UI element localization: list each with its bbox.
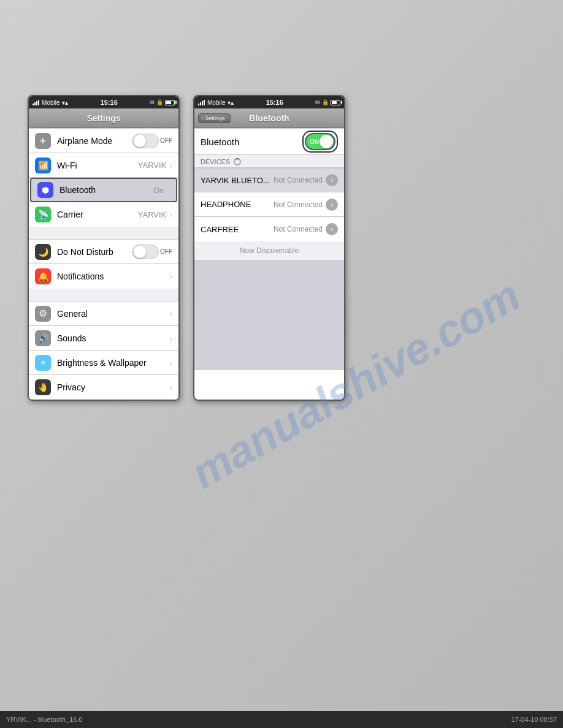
back-label: Settings bbox=[205, 115, 225, 121]
brightness-item[interactable]: ☀ Brightness & Wallpaper › bbox=[29, 351, 178, 375]
device-yarvik-status: Not Connected bbox=[274, 176, 323, 184]
phone2-signal-bar-4 bbox=[204, 100, 205, 105]
loading-spinner bbox=[234, 158, 241, 165]
phone2-mail-icon: ✉ bbox=[315, 99, 320, 105]
discoverable-text: Now Discoverable bbox=[194, 241, 344, 260]
device-carfree[interactable]: CARFREE Not Connected › bbox=[194, 217, 344, 241]
carrier-chevron: › bbox=[169, 210, 172, 219]
phone2-battery-fill bbox=[332, 101, 337, 104]
phone2-wifi-icon: ▾▴ bbox=[228, 99, 234, 106]
wifi-chevron: › bbox=[169, 161, 172, 170]
dnd-item[interactable]: 🌙 Do Not Disturb OFF bbox=[29, 240, 178, 264]
device-headphone-name: HEADPHONE bbox=[201, 200, 274, 209]
phone2-lock-icon: 🔒 bbox=[322, 99, 329, 105]
phone1-settings-list: ✈ Airplane Mode OFF 📶 Wi-Fi YARVIK › ⬢ bbox=[29, 128, 178, 400]
general-item[interactable]: ⚙ General › bbox=[29, 301, 178, 326]
section-gap-1 bbox=[29, 227, 178, 239]
phone2-signal-bar-3 bbox=[202, 101, 203, 105]
general-icon: ⚙ bbox=[35, 306, 51, 322]
general-chevron: › bbox=[169, 309, 172, 319]
signal-icon bbox=[33, 99, 39, 105]
signal-bar-4 bbox=[38, 100, 39, 105]
brightness-icon: ☀ bbox=[35, 355, 51, 371]
phone2-title: Bluetooth bbox=[249, 113, 289, 123]
privacy-item[interactable]: 🤚 Privacy › bbox=[29, 375, 178, 400]
notifications-label: Notifications bbox=[57, 271, 169, 281]
devices-label: Devices bbox=[201, 158, 230, 165]
wifi-icon: ▾▴ bbox=[62, 99, 68, 106]
carrier-label: Carrier bbox=[57, 210, 138, 219]
phone2-status-bar: Mobile ▾▴ 15:16 ✉ 🔒 bbox=[194, 96, 344, 108]
bt-bottom-area bbox=[194, 260, 344, 370]
sounds-item[interactable]: 🔊 Sounds › bbox=[29, 326, 178, 351]
device-carfree-name: CARFREE bbox=[201, 225, 274, 234]
phone2-status-icons: ✉ 🔒 bbox=[315, 99, 340, 105]
wifi-item[interactable]: 📶 Wi-Fi YARVIK › bbox=[29, 153, 178, 178]
dnd-toggle[interactable] bbox=[132, 245, 159, 259]
phone1-carrier: Mobile bbox=[42, 99, 59, 106]
brightness-label: Brightness & Wallpaper bbox=[57, 358, 169, 368]
airplane-icon: ✈ bbox=[35, 133, 51, 149]
bt-main-label: Bluetooth bbox=[201, 137, 302, 147]
wifi-label: Wi-Fi bbox=[57, 161, 138, 170]
phone1-status-bar: Mobile ▾▴ 15:16 ✉ 🔒 bbox=[29, 96, 178, 108]
sounds-icon: 🔊 bbox=[35, 330, 51, 346]
dnd-icon: 🌙 bbox=[35, 244, 51, 260]
device-yarvik-name: YARVIK BLUETO... bbox=[201, 176, 274, 185]
privacy-chevron: › bbox=[169, 382, 172, 392]
bluetooth-label: Bluetooth bbox=[59, 185, 153, 195]
back-chevron-icon: ‹ bbox=[202, 115, 204, 121]
phone1-status-icons: ✉ 🔒 bbox=[150, 99, 175, 105]
carrier-icon: 📡 bbox=[35, 207, 51, 222]
notifications-item[interactable]: 🔔 Notifications › bbox=[29, 264, 178, 289]
dnd-toggle-label: OFF bbox=[160, 248, 172, 255]
bluetooth-chevron: › bbox=[167, 185, 170, 195]
phone2-title-bar: ‹ Settings Bluetooth bbox=[194, 108, 344, 128]
carrier-value: YARVIK bbox=[138, 210, 166, 219]
phone1-time: 15:16 bbox=[101, 99, 118, 106]
airplane-toggle-label: OFF bbox=[160, 137, 172, 144]
bluetooth-screen: Bluetooth ON Devices YARVIK BLUETO... bbox=[194, 128, 344, 370]
device-yarvik[interactable]: YARVIK BLUETO... Not Connected › bbox=[194, 168, 344, 192]
device-headphone[interactable]: HEADPHONE Not Connected › bbox=[194, 192, 344, 217]
notifications-chevron: › bbox=[169, 271, 172, 281]
phone2-signal-bar-2 bbox=[200, 102, 201, 105]
toggle-knob-dnd bbox=[134, 246, 146, 258]
device-carfree-chevron[interactable]: › bbox=[326, 223, 338, 235]
bluetooth-toggle-row[interactable]: Bluetooth ON bbox=[194, 128, 344, 155]
section-misc: ⚙ General › 🔊 Sounds › ☀ Brightness & Wa… bbox=[29, 301, 178, 400]
battery-icon bbox=[165, 100, 175, 105]
battery-fill bbox=[166, 101, 171, 104]
sounds-chevron: › bbox=[169, 333, 172, 343]
bottom-bar-left: YRVIK... - bluetooth_16.0 bbox=[6, 716, 83, 723]
brightness-chevron: › bbox=[169, 358, 172, 368]
signal-bar-3 bbox=[36, 101, 37, 105]
signal-bar-1 bbox=[33, 104, 34, 105]
phone2-carrier: Mobile bbox=[207, 99, 225, 106]
wifi-settings-icon: 📶 bbox=[35, 157, 51, 173]
phone2-signal-icon bbox=[198, 99, 205, 105]
phone2-frame: Mobile ▾▴ 15:16 ✉ 🔒 ‹ Settings Bluetooth bbox=[193, 95, 345, 401]
dnd-label: Do Not Disturb bbox=[57, 247, 132, 257]
bluetooth-item[interactable]: ⬢ Bluetooth On › bbox=[30, 178, 177, 202]
back-button[interactable]: ‹ Settings bbox=[198, 113, 231, 123]
devices-header: Devices bbox=[194, 155, 344, 167]
carrier-item[interactable]: 📡 Carrier YARVIK › bbox=[29, 202, 178, 227]
toggle-on-label: ON bbox=[310, 138, 319, 145]
toggle-knob bbox=[134, 135, 146, 147]
privacy-icon: 🤚 bbox=[35, 379, 51, 395]
bluetooth-value: On bbox=[153, 186, 164, 195]
airplane-toggle[interactable] bbox=[132, 134, 159, 148]
airplane-label: Airplane Mode bbox=[57, 136, 132, 146]
phone1-title-bar: Settings bbox=[29, 108, 178, 128]
wifi-value: YARVIK bbox=[138, 161, 166, 170]
phone1-title: Settings bbox=[86, 113, 120, 123]
section-connectivity: ✈ Airplane Mode OFF 📶 Wi-Fi YARVIK › ⬢ bbox=[29, 128, 178, 227]
device-headphone-status: Not Connected bbox=[274, 200, 323, 209]
airplane-mode-item[interactable]: ✈ Airplane Mode OFF bbox=[29, 129, 178, 153]
devices-list: YARVIK BLUETO... Not Connected › HEADPHO… bbox=[194, 167, 344, 241]
sounds-label: Sounds bbox=[57, 333, 169, 343]
bluetooth-toggle-on[interactable]: ON bbox=[305, 133, 335, 150]
device-yarvik-chevron[interactable]: › bbox=[326, 174, 338, 186]
device-headphone-chevron[interactable]: › bbox=[326, 199, 338, 211]
